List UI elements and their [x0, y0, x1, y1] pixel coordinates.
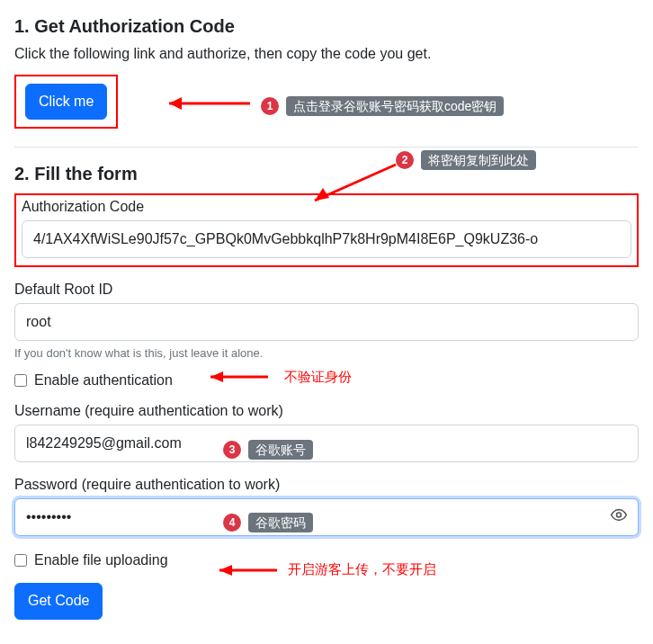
section1-desc: Click the following link and authorize, … — [14, 46, 639, 62]
password-label: Password (require authentication to work… — [14, 477, 639, 493]
annotation-3: 3 谷歌账号 — [223, 440, 313, 460]
upload-note: 开启游客上传，不要开启 — [288, 561, 436, 578]
password-input[interactable] — [14, 498, 639, 536]
root-help: If you don't know what is this, just lea… — [14, 346, 639, 360]
section1-title: 1. Get Authorization Code — [14, 16, 639, 37]
click-me-button[interactable]: Click me — [25, 84, 107, 120]
annotation-1: 1 点击登录谷歌账号密码获取code密钥 — [261, 96, 504, 116]
annotation-3-text: 谷歌账号 — [248, 440, 313, 460]
enable-auth-checkbox[interactable] — [14, 374, 27, 387]
annotation-1-num: 1 — [261, 97, 279, 115]
arrow-2 — [297, 157, 405, 211]
arrow-auth — [198, 368, 270, 386]
username-label: Username (require authentication to work… — [14, 403, 639, 419]
click-me-highlight: Click me — [14, 75, 118, 129]
enable-upload-label: Enable file uploading — [34, 552, 168, 568]
arrow-1 — [153, 90, 252, 117]
divider — [14, 147, 639, 148]
root-input[interactable] — [14, 303, 639, 341]
annotation-4-num: 4 — [223, 514, 241, 532]
annotation-4-text: 谷歌密码 — [248, 513, 313, 532]
reveal-password-icon[interactable] — [610, 506, 628, 529]
get-code-button[interactable]: Get Code — [14, 583, 103, 619]
password-field: Password (require authentication to work… — [14, 477, 639, 536]
auth-code-input[interactable] — [22, 220, 631, 258]
root-label: Default Root ID — [14, 282, 639, 298]
annotation-1-text: 点击登录谷歌账号密码获取code密钥 — [286, 96, 504, 116]
auth-note: 不验证身份 — [284, 369, 352, 386]
root-field: Default Root ID If you don't know what i… — [14, 282, 639, 360]
annotation-2: 2 将密钥复制到此处 — [396, 150, 536, 170]
arrow-upload — [207, 561, 279, 579]
annotation-2-num: 2 — [396, 151, 414, 169]
enable-upload-checkbox[interactable] — [14, 554, 27, 567]
enable-auth-label: Enable authentication — [34, 372, 173, 389]
annotation-3-num: 3 — [223, 441, 241, 459]
annotation-2-text: 将密钥复制到此处 — [421, 150, 536, 170]
page-root: 1. Get Authorization Code Click the foll… — [0, 0, 653, 631]
svg-point-3 — [617, 513, 622, 517]
username-field: Username (require authentication to work… — [14, 403, 639, 462]
annotation-4: 4 谷歌密码 — [223, 513, 313, 532]
username-input[interactable] — [14, 425, 639, 462]
